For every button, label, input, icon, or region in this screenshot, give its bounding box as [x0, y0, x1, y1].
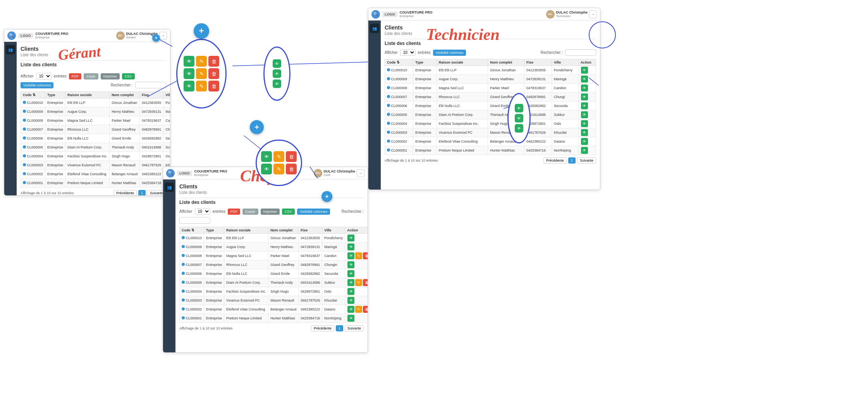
- top-add-fab[interactable]: +: [194, 23, 209, 39]
- chef-page1-btn[interactable]: 1: [336, 325, 343, 331]
- chef-entries-select[interactable]: 102550: [195, 208, 210, 215]
- view-action-btn[interactable]: 👁: [581, 85, 588, 91]
- technicien-search-icon[interactable]: 🔍: [371, 10, 380, 19]
- view-action-btn[interactable]: 👁: [581, 67, 588, 74]
- gerant-sidebar-clients[interactable]: 👥: [6, 45, 15, 54]
- view-action-btn[interactable]: 👁: [347, 288, 354, 295]
- technicien-logout-btn[interactable]: →: [589, 10, 597, 18]
- view-btn-2[interactable]: 👁: [184, 68, 194, 79]
- delete-btn-2[interactable]: 🗑: [208, 68, 219, 79]
- delete-btn-mid-2[interactable]: 🗑: [286, 164, 297, 174]
- gerant-copy-btn[interactable]: Copie: [84, 73, 98, 79]
- gerant-col-type[interactable]: Type: [45, 92, 65, 98]
- chef-col-code[interactable]: Code ⇅: [180, 227, 204, 234]
- delete-action-btn[interactable]: 🗑: [363, 252, 368, 259]
- gerant-search-input[interactable]: [135, 82, 166, 88]
- view-action-btn[interactable]: 👁: [347, 315, 354, 322]
- technicien-col-fixe[interactable]: Fixe: [524, 59, 552, 66]
- chef-col-raison[interactable]: Raison sociale: [224, 227, 268, 234]
- view-action-btn[interactable]: 👁: [581, 93, 588, 100]
- tech-view-2[interactable]: 👁: [515, 114, 523, 122]
- gerant-visibility-btn[interactable]: Visibilité colonnes: [21, 82, 53, 88]
- technicien-prev-btn[interactable]: Précédente: [543, 157, 567, 164]
- edit-btn-2[interactable]: ✎: [196, 68, 207, 79]
- technicien-col-raison[interactable]: Raison sociale: [437, 59, 488, 66]
- mid-add-fab[interactable]: +: [250, 120, 264, 134]
- edit-action-btn[interactable]: ✎: [355, 279, 362, 286]
- view-action-btn[interactable]: 👁: [347, 243, 354, 250]
- gerant-entries-select[interactable]: 102550: [36, 73, 52, 79]
- chef-add-fab[interactable]: +: [321, 191, 332, 202]
- chef-col-nom[interactable]: Nom complet: [268, 227, 299, 234]
- view-action-btn[interactable]: 👁: [347, 235, 354, 241]
- chef-search-input[interactable]: [179, 217, 210, 224]
- technicien-col-nom[interactable]: Nom complet: [488, 59, 524, 66]
- view-action-btn[interactable]: 👁: [347, 306, 354, 313]
- tech-view-3[interactable]: 👁: [515, 124, 523, 133]
- edit-action-btn[interactable]: ✎: [355, 252, 362, 259]
- chef-col-type[interactable]: Type: [204, 227, 224, 234]
- gerant-search-icon[interactable]: 🔍: [7, 31, 16, 40]
- gerant-pdf-btn[interactable]: PDF: [69, 73, 81, 79]
- technicien-sidebar-clients[interactable]: 👥: [370, 24, 379, 33]
- gerant-page1-btn[interactable]: 1: [138, 190, 146, 195]
- view-action-btn[interactable]: 👁: [581, 102, 588, 109]
- view-action-btn[interactable]: 👁: [347, 270, 354, 277]
- delete-action-btn[interactable]: 🗑: [363, 306, 368, 313]
- edit-btn-1[interactable]: ✎: [196, 56, 207, 67]
- edit-action-btn[interactable]: ✎: [355, 306, 362, 313]
- delete-btn-1[interactable]: 🗑: [208, 56, 219, 67]
- gerant-csv-btn[interactable]: CSV: [122, 73, 135, 79]
- chef-visibility-btn[interactable]: Visibilité colonnes: [297, 209, 330, 215]
- view-only-2[interactable]: 👁: [273, 69, 281, 78]
- view-action-btn[interactable]: 👁: [347, 279, 354, 286]
- view-only-3[interactable]: 👁: [273, 79, 281, 88]
- view-btn-mid-1[interactable]: 👁: [261, 151, 272, 162]
- chef-col-ville[interactable]: Ville: [322, 227, 345, 234]
- technicien-visibility-btn[interactable]: Visibilité colonnes: [433, 50, 466, 56]
- tech-view-1[interactable]: 👁: [515, 104, 523, 112]
- gerant-prev-btn[interactable]: Précédente: [113, 190, 137, 195]
- view-action-btn[interactable]: 👁: [347, 261, 354, 268]
- delete-btn-3[interactable]: 🗑: [208, 81, 219, 91]
- chef-search-icon[interactable]: 🔍: [166, 169, 175, 178]
- technicien-search-input[interactable]: [565, 49, 596, 56]
- view-action-btn[interactable]: 👁: [581, 147, 588, 154]
- view-action-btn[interactable]: 👁: [581, 120, 588, 127]
- view-btn-3[interactable]: 👁: [184, 81, 194, 91]
- chef-sidebar-clients[interactable]: 👥: [165, 183, 174, 192]
- gerant-col-code[interactable]: Code ⇅: [21, 92, 45, 98]
- chef-print-btn[interactable]: Imprimer: [261, 209, 280, 215]
- technicien-next-btn[interactable]: Suivante: [577, 157, 596, 164]
- gerant-add-fab[interactable]: +: [152, 34, 160, 42]
- view-action-btn[interactable]: 👁: [347, 252, 354, 259]
- chef-copy-btn[interactable]: Copier: [242, 209, 258, 215]
- chef-pdf-btn[interactable]: PDF: [228, 209, 240, 215]
- view-btn-mid-2[interactable]: 👁: [261, 164, 272, 174]
- view-action-btn[interactable]: 👁: [581, 76, 588, 83]
- technicien-col-type[interactable]: Type: [413, 59, 437, 66]
- edit-btn-mid-1[interactable]: ✎: [273, 151, 284, 162]
- chef-prev-btn[interactable]: Précédente: [311, 325, 334, 331]
- gerant-col-ville[interactable]: Ville: [163, 92, 170, 98]
- chef-next-btn[interactable]: Suivante: [345, 325, 364, 331]
- chef-col-fixe[interactable]: Fixe: [299, 227, 322, 234]
- view-action-btn[interactable]: 👁: [581, 129, 588, 136]
- technicien-entries-select[interactable]: 102550: [400, 49, 416, 56]
- delete-btn-mid-1[interactable]: 🗑: [286, 151, 297, 162]
- gerant-logout-btn[interactable]: →: [159, 32, 167, 40]
- technicien-col-ville[interactable]: Ville: [552, 59, 579, 66]
- edit-btn-3[interactable]: ✎: [196, 81, 207, 91]
- view-action-btn[interactable]: 👁: [581, 111, 588, 118]
- gerant-col-raison[interactable]: Raison sociale: [65, 92, 110, 98]
- view-btn-1[interactable]: 👁: [184, 56, 194, 67]
- view-action-btn[interactable]: 👁: [347, 297, 354, 304]
- gerant-print-btn[interactable]: Imprimer: [101, 73, 120, 79]
- chef-csv-btn[interactable]: CSV: [282, 209, 295, 215]
- chef-logout-btn[interactable]: →: [357, 169, 364, 177]
- edit-btn-mid-2[interactable]: ✎: [273, 164, 284, 174]
- technicien-col-code[interactable]: Code ⇅: [385, 59, 413, 66]
- delete-action-btn[interactable]: 🗑: [363, 279, 368, 286]
- technicien-page1-btn[interactable]: 1: [568, 157, 576, 164]
- gerant-col-fixe[interactable]: Fixe: [140, 92, 163, 98]
